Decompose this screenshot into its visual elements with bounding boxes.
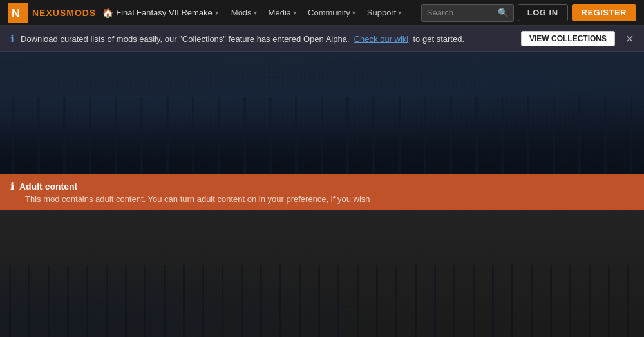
close-banner-button[interactable]: ✕ — [625, 33, 634, 45]
media-label: Media — [269, 8, 291, 17]
adult-content-title: Adult content — [19, 181, 77, 192]
community-label: Community — [308, 8, 350, 17]
info-banner: ℹ Download curated lists of mods easily,… — [0, 26, 644, 52]
mods-label: Mods — [231, 8, 252, 17]
bottom-trees-decoration — [0, 265, 644, 337]
adult-content-title-row: ℹ Adult content — [10, 181, 634, 192]
nav-menu: Mods ▾ Media ▾ Community ▾ Support ▾ — [226, 5, 417, 20]
mods-chevron-icon: ▾ — [254, 9, 257, 16]
info-banner-icon: ℹ — [10, 33, 14, 45]
adult-content-description: This mod contains adult content. You can… — [10, 194, 634, 204]
game-chevron-icon: ▾ — [215, 9, 218, 16]
search-bar[interactable]: 🔍 — [421, 4, 514, 22]
register-button[interactable]: REGISTER — [572, 4, 636, 21]
navbar: N NEXUSMODS 🏠 Final Fantasy VII Remake ▾… — [0, 0, 644, 26]
logo-area[interactable]: N NEXUSMODS — [8, 3, 96, 23]
nav-item-media[interactable]: Media ▾ — [263, 5, 301, 20]
nav-item-support[interactable]: Support ▾ — [362, 5, 407, 20]
svg-text:N: N — [12, 7, 20, 20]
search-icon[interactable]: 🔍 — [498, 8, 508, 17]
game-breadcrumb[interactable]: 🏠 Final Fantasy VII Remake ▾ — [102, 8, 218, 18]
view-collections-button[interactable]: VIEW COLLECTIONS — [521, 31, 615, 46]
banner-text-after: to get started. — [413, 34, 465, 44]
hero-section — [0, 52, 644, 174]
home-icon: 🏠 — [102, 8, 113, 18]
nav-item-community[interactable]: Community ▾ — [303, 5, 361, 20]
support-chevron-icon: ▾ — [398, 9, 401, 16]
community-chevron-icon: ▾ — [352, 9, 355, 16]
adult-content-banner: ℹ Adult content This mod contains adult … — [0, 174, 644, 210]
support-label: Support — [367, 8, 397, 17]
nexusmods-logo-icon: N — [8, 3, 28, 23]
nav-item-mods[interactable]: Mods ▾ — [226, 5, 262, 20]
adult-content-info-icon: ℹ — [10, 181, 14, 192]
media-chevron-icon: ▾ — [293, 9, 296, 16]
bottom-content-area — [0, 210, 644, 337]
nexusmods-text: NEXUSMODS — [32, 8, 96, 18]
hero-trees-decoration — [0, 97, 644, 174]
login-button[interactable]: LOG IN — [518, 4, 568, 21]
game-name-label: Final Fantasy VII Remake — [116, 8, 213, 17]
wiki-link[interactable]: Check our wiki — [354, 34, 409, 44]
banner-text-before: Download curated lists of mods easily, o… — [21, 34, 350, 44]
banner-text: Download curated lists of mods easily, o… — [21, 34, 515, 44]
search-input[interactable] — [427, 8, 498, 17]
